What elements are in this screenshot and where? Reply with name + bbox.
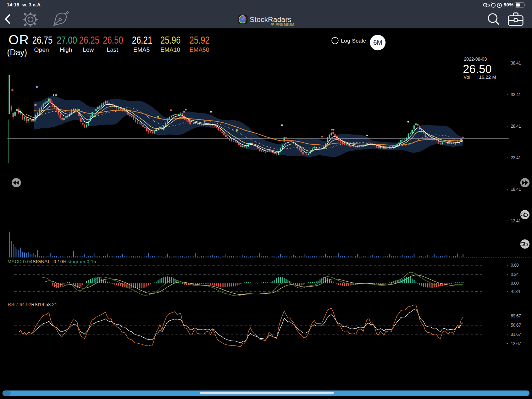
svg-text:-0.34: -0.34	[511, 289, 520, 294]
svg-text:RSI7:64.92RSI14:58.21: RSI7:64.92RSI14:58.21	[8, 302, 57, 307]
svg-text:50.67: 50.67	[511, 323, 521, 328]
svg-text:31.67: 31.67	[511, 332, 521, 337]
svg-text:Vol: Vol	[464, 74, 470, 80]
svg-text:33.41: 33.41	[511, 92, 521, 97]
svg-text:MACD:0.04SIGNAL:-0.10Histogram: MACD:0.04SIGNAL:-0.10Histogram:0.15	[7, 259, 96, 264]
svg-text:69.67: 69.67	[511, 314, 521, 318]
svg-text:13.41: 13.41	[511, 218, 521, 223]
svg-text:18.41: 18.41	[511, 187, 521, 192]
svg-text:26.50: 26.50	[463, 63, 492, 76]
svg-text:12.67: 12.67	[511, 341, 521, 346]
svg-text:28.41: 28.41	[511, 124, 521, 129]
svg-text:0.68: 0.68	[511, 263, 519, 268]
svg-text:23.41: 23.41	[511, 155, 521, 160]
svg-text:38.41: 38.41	[511, 61, 521, 66]
svg-text:: 16.22 M: : 16.22 M	[476, 74, 496, 80]
svg-text:2022-08-03: 2022-08-03	[464, 57, 487, 62]
svg-text:0.00: 0.00	[511, 281, 519, 286]
svg-text:0.34: 0.34	[511, 272, 519, 277]
